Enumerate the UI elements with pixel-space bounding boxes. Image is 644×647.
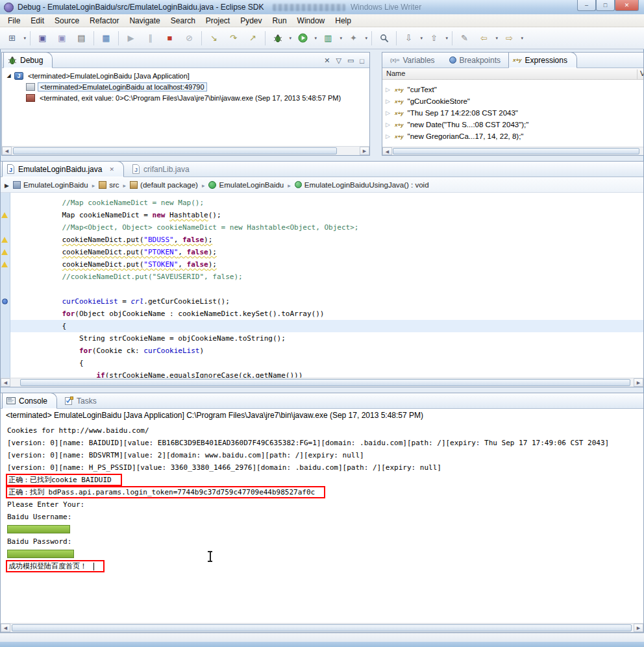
new-wizard-button[interactable]: ⊞ [3,30,27,47]
step-into-button[interactable]: ↘ [204,30,223,47]
tab-breakpoints[interactable]: Breakpoints [443,53,507,67]
close-tab-icon[interactable] [109,166,114,173]
disconnect-button[interactable]: ⊘ [180,30,199,47]
code-line[interactable] [10,283,643,295]
previous-annotation-button[interactable]: ⇧ [425,30,449,47]
scroll-left-icon[interactable] [382,147,392,155]
code-area[interactable]: //Map cookieNameDict = new Map(); Map co… [10,193,643,378]
minimize-view-icon[interactable] [347,56,354,65]
coverage-button[interactable]: ▥ [319,30,343,47]
save-all-button[interactable]: ▣ [53,30,71,47]
code-line[interactable]: curCookieList = crl.getCurCookieList(); [10,295,643,308]
console-line[interactable]: Baidu Password: [7,535,643,548]
menu-search[interactable]: Search [166,15,201,27]
tab-debug[interactable]: Debug [3,52,53,68]
expressions-hscrollbar[interactable] [382,147,643,155]
last-edit-location-button[interactable]: ✎ [455,30,474,47]
code-line[interactable]: { [10,320,643,332]
console-output[interactable]: Cookies for http://www.baidu.com/[versio… [1,422,643,623]
debug-hscrollbar[interactable] [2,146,369,155]
breadcrumb-toggle-icon[interactable] [5,181,12,189]
console-line[interactable]: Please Enter Your: [7,498,643,511]
tab-crifanlib-java[interactable]: J crifanLib.java [125,162,196,177]
tab-tasks[interactable]: Tasks [58,393,103,408]
suspend-button[interactable]: ∥ [141,30,160,47]
console-hscrollbar[interactable] [1,623,643,632]
maximize-button[interactable] [596,0,615,11]
scroll-left-icon[interactable] [1,624,10,632]
scroll-right-icon[interactable] [360,147,369,155]
breadcrumb-item-method[interactable]: EmulateLoginBaiduUsingJava() : void [295,181,429,189]
collapsed-arrow-icon[interactable]: ▷ [386,86,392,93]
tab-console[interactable]: Console [2,393,57,409]
breadcrumb-item-project[interactable]: EmulateLoginBaidu [13,181,88,189]
next-annotation-button[interactable]: ⇩ [399,30,424,47]
code-line[interactable]: Map cookieNameDict = new Hashtable(); [10,209,643,221]
tab-emulateloginbaidu-java[interactable]: J EmulateLoginBaidu.java [2,161,124,177]
code-line[interactable]: for(Cookie ck: curCookieList) [10,345,643,357]
menu-edit[interactable]: Edit [25,15,49,27]
tab-expressions[interactable]: x+y Expressions [508,52,577,68]
console-line[interactable]: Baidu Username: [7,511,643,523]
back-button[interactable]: ⇦ [475,30,499,47]
menu-file[interactable]: File [3,15,25,27]
expressions-rows[interactable]: ▷x+y"curText"▷x+y"gCurCookieStore"▷x+y"T… [382,80,643,147]
code-line[interactable]: //Map<Object, Object> cookieNameDict = n… [10,221,643,234]
console-line[interactable]: Cookies for http://www.baidu.com/ [7,424,643,437]
code-line[interactable]: if(strCookieName.equalsIgnoreCase(ck.get… [10,369,643,378]
forward-button[interactable]: ⇨ [500,30,525,47]
scroll-right-icon[interactable] [634,624,643,632]
console-line[interactable]: 正确：找到 bdPass.api.params.login_token=7744… [7,486,643,498]
collapsed-arrow-icon[interactable]: ▷ [386,98,392,104]
title-bar[interactable]: Debug - EmulateLoginBaidu/src/EmulateLog… [0,0,644,14]
scroll-left-icon[interactable] [1,378,10,387]
breadcrumb-item-class[interactable]: EmulateLoginBaidu [208,181,284,189]
code-line[interactable]: for(Object objCookieName : cookieNameDic… [10,308,643,320]
collapsed-arrow-icon[interactable]: ▷ [386,133,392,140]
minimize-button[interactable] [577,0,596,11]
scroll-thumb[interactable] [12,624,632,631]
code-line[interactable]: //Map cookieNameDict = new Map(); [10,197,643,209]
menu-project[interactable]: Project [201,15,235,27]
expression-row[interactable]: ▷x+y"curText" [382,84,643,95]
debug-tree[interactable]: ◢<terminated>EmulateLoginBaidu [Java App… [2,68,369,146]
value-column-header[interactable]: Value [637,69,643,80]
menu-window[interactable]: Window [292,15,330,27]
code-line[interactable]: cookieNameDict.put("STOKEN", false); [10,258,643,271]
menu-source[interactable]: Source [49,15,84,27]
debug-button[interactable] [268,30,293,47]
step-over-button[interactable]: ↷ [224,30,243,47]
debug-tree-row[interactable]: ◢<terminated>EmulateLoginBaidu [Java App… [2,70,369,81]
resume-button[interactable]: ▶ [121,30,140,47]
maximize-view-icon[interactable] [360,57,364,65]
code-line[interactable]: { [10,357,643,369]
expression-row[interactable]: ▷x+y"new Date("Thu S...:08 CST 2043");" [382,119,643,130]
tab-variables[interactable]: (x)= Variables [384,53,441,67]
expression-row[interactable]: ▷x+y"new GregorianCa...17, 14, 22, 8);" [382,130,643,142]
code-line[interactable]: String strCookieName = objCookieName.toS… [10,332,643,345]
menu-pydev[interactable]: Pydev [235,15,267,27]
close-button[interactable] [615,0,639,11]
expand-arrow-icon[interactable]: ◢ [5,73,13,79]
console-line[interactable]: [version: 0][name: H_PS_PSSID][value: 33… [7,461,643,474]
breadcrumb-item-package[interactable]: (default package) [130,181,198,189]
console-line[interactable]: 成功模拟登陆百度首页！ [7,560,643,572]
menu-refactor[interactable]: Refactor [84,15,124,27]
save-button[interactable]: ▣ [33,30,52,47]
open-search-button[interactable] [375,30,393,47]
code-line[interactable]: //cookieNameDict.put("SAVEUSERID", false… [10,271,643,283]
console-line[interactable]: [version: 0][name: BAIDUID][value: EB16B… [7,437,643,449]
scroll-thumb[interactable] [13,147,337,154]
scroll-thumb[interactable] [393,148,639,154]
new-java-project-button[interactable]: ▦ [97,30,116,47]
menu-navigate[interactable]: Navigate [124,15,165,27]
scroll-thumb[interactable] [20,379,630,386]
console-line[interactable] [7,548,643,560]
expression-row[interactable]: ▷x+y"Thu Sep 17 14:22:08 CST 2043" [382,107,643,119]
code-line[interactable]: cookieNameDict.put("BDUSS", false); [10,234,643,246]
console-line[interactable] [7,523,643,535]
collapsed-arrow-icon[interactable]: ▷ [386,110,392,116]
step-return-button[interactable]: ↗ [243,30,262,47]
console-line[interactable]: [version: 0][name: BDSVRTM][value: 2][do… [7,449,643,461]
code-line[interactable]: cookieNameDict.put("PTOKEN", false); [10,246,643,258]
